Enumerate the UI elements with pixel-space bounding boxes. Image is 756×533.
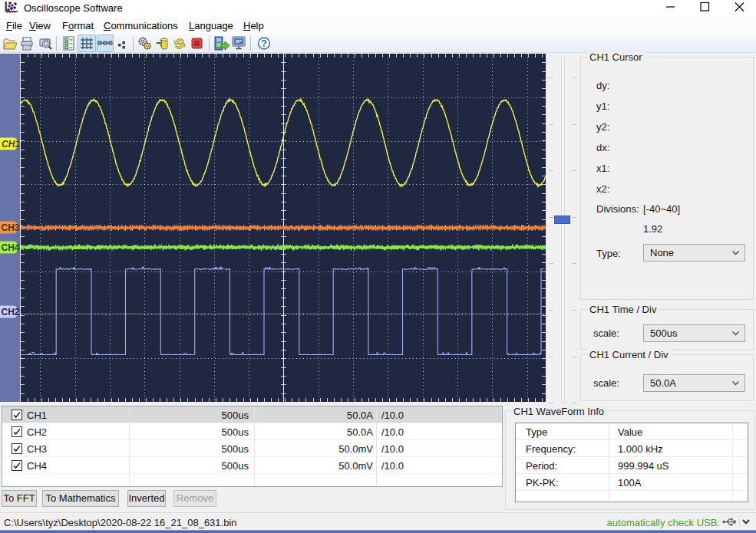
svg-text:CH3: CH3 — [2, 222, 20, 233]
svg-text:CH2: CH2 — [2, 307, 20, 317]
svg-text:CH4: CH4 — [2, 242, 20, 253]
svg-text:CH1: CH1 — [2, 139, 20, 150]
svg-text:?: ? — [261, 38, 266, 49]
